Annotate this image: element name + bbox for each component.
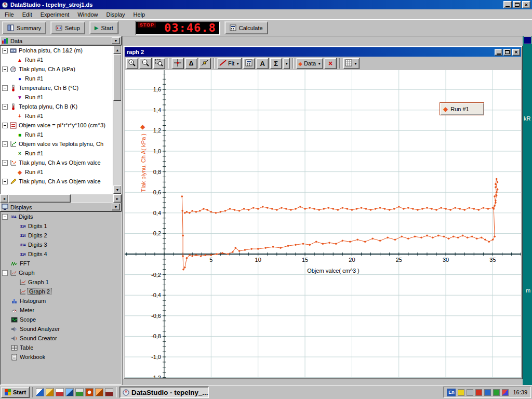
data-item[interactable]: Poloha pistu, Ch 1&2 (m) — [1, 46, 113, 55]
tray-icon[interactable] — [475, 389, 482, 396]
menu-file[interactable]: File — [1, 10, 18, 19]
remove-button[interactable]: × — [324, 58, 337, 69]
scroll-left-button[interactable]: ◄ — [0, 194, 8, 203]
close-button[interactable]: × — [522, 1, 530, 8]
expand-box[interactable] — [2, 85, 8, 91]
display-item-graph-2[interactable]: Graph 2 — [1, 287, 121, 296]
task-button-datastudio[interactable]: DataStudio - tepelny_... — [119, 387, 209, 398]
summary-button[interactable]: Summary — [2, 21, 46, 34]
graph-maximize-button[interactable] — [503, 49, 511, 56]
run-item[interactable]: ■ Run #1 — [1, 130, 113, 139]
quick-launch-icon[interactable] — [85, 388, 94, 396]
menu-help[interactable]: Help — [129, 10, 150, 19]
start-menu-button[interactable]: Start — [1, 387, 30, 398]
tray-icon[interactable] — [458, 389, 464, 396]
data-item[interactable]: Tlak plynu, Ch A vs Objem valce — [1, 158, 113, 167]
run-item[interactable]: ▼ Run #1 — [1, 92, 113, 102]
data-item[interactable]: Teplota plynu, Ch B (K) — [1, 102, 113, 111]
data-item[interactable]: Tlak plynu, Ch A (kPa) — [1, 64, 113, 74]
data-item[interactable]: Tlak plynu, Ch A vs Objem valce — [1, 177, 113, 186]
calculate-tool-button[interactable] — [243, 58, 255, 69]
fit-menu-button[interactable]: Fit ▼ — [217, 58, 242, 69]
display-item[interactable]: Workbook — [1, 352, 121, 362]
maximize-button[interactable] — [513, 1, 521, 8]
display-item[interactable]: Graph — [1, 268, 121, 277]
expand-box[interactable] — [2, 270, 8, 276]
displays-panel-dropdown-button[interactable]: ▼ — [112, 204, 120, 210]
display-item[interactable]: Sound Analyzer — [1, 324, 121, 334]
quick-launch-icon[interactable] — [65, 388, 74, 396]
data-panel-dropdown-button[interactable]: ▼ — [112, 37, 120, 44]
setup-button[interactable]: Setup — [50, 21, 85, 34]
expand-box[interactable] — [2, 104, 8, 110]
statistics-dropdown-button[interactable]: ▼ — [283, 58, 290, 69]
display-item[interactable]: Table — [1, 343, 121, 352]
scroll-right-button[interactable]: ► — [113, 194, 122, 203]
slope-tool-button[interactable] — [198, 58, 211, 69]
quick-launch-icon[interactable] — [95, 388, 103, 396]
expand-box[interactable] — [2, 160, 8, 166]
display-item[interactable]: Scope — [1, 315, 121, 324]
data-menu-button[interactable]: ◆ Data ▼ — [296, 58, 323, 69]
expand-box[interactable] — [2, 123, 8, 128]
graph-minimize-button[interactable] — [495, 49, 502, 56]
language-indicator[interactable]: En — [447, 389, 456, 396]
tray-icon[interactable] — [493, 389, 500, 396]
display-item[interactable]: Sound Creator — [1, 334, 121, 343]
scroll-up-button[interactable]: ▲ — [113, 46, 122, 54]
run-item[interactable]: ● Run #1 — [1, 74, 113, 83]
menu-display[interactable]: Display — [102, 10, 129, 19]
y-axis-series-marker[interactable]: ◆ — [140, 123, 145, 130]
graph-settings-button[interactable]: ▼ — [343, 58, 360, 69]
display-item[interactable]: 3.14 Digits 2 — [1, 231, 121, 240]
run-item[interactable]: × Run #1 — [1, 149, 113, 158]
display-item[interactable]: 3.14 Digits 1 — [1, 221, 121, 231]
zoom-out-button[interactable] — [139, 58, 152, 69]
data-item[interactable]: Objem valce = pi*r*r*y*100 (cm^3) — [1, 121, 113, 130]
plot-area[interactable]: 51015202530351,61,41,21,00,80,60,40,2-0,… — [125, 70, 521, 378]
display-item[interactable]: Histogram — [1, 296, 121, 305]
data-tree-vertical-scrollbar[interactable]: ▲ ▼ — [113, 46, 121, 194]
expand-box[interactable] — [2, 141, 8, 147]
run-item[interactable]: ▲ Run #1 — [1, 55, 113, 64]
quick-launch-icon[interactable] — [36, 388, 44, 396]
smart-tool-button[interactable] — [171, 58, 184, 69]
delta-tool-button[interactable]: Δ — [185, 58, 197, 69]
tray-icon[interactable] — [502, 389, 509, 396]
graph-window-title-bar[interactable]: raph 2 × — [125, 47, 521, 57]
scroll-thumb[interactable] — [8, 194, 71, 203]
tray-icon[interactable] — [484, 389, 491, 396]
scroll-track[interactable] — [113, 54, 121, 185]
scroll-down-button[interactable]: ▼ — [113, 185, 122, 194]
display-item[interactable]: FFT — [1, 259, 121, 268]
display-item[interactable]: Graph 1 — [1, 277, 121, 287]
expand-box[interactable] — [2, 214, 8, 220]
zoom-in-button[interactable] — [126, 58, 138, 69]
graph-close-button[interactable]: × — [512, 49, 520, 56]
display-item[interactable]: 3.14 Digits 3 — [1, 240, 121, 249]
expand-box[interactable] — [2, 48, 8, 54]
zoom-select-button[interactable] — [153, 58, 165, 69]
menu-experiment[interactable]: Experiment — [36, 10, 74, 19]
x-axis-title[interactable]: Objem valce( cm^3 ) — [145, 268, 521, 274]
calculate-button[interactable]: Calculate — [224, 21, 268, 34]
data-item[interactable]: Temperature, Ch B (°C) — [1, 83, 113, 92]
menu-window[interactable]: Window — [73, 10, 102, 19]
display-item[interactable]: Meter — [1, 305, 121, 315]
quick-launch-icon[interactable] — [75, 388, 84, 396]
menu-edit[interactable]: Edit — [18, 10, 36, 19]
quick-launch-icon[interactable] — [56, 388, 64, 396]
data-item[interactable]: Objem valce vs Teplota plynu, Ch — [1, 139, 113, 149]
start-button[interactable]: ▶ Start — [89, 21, 118, 34]
scroll-thumb[interactable] — [113, 54, 122, 101]
quick-launch-icon[interactable] — [46, 388, 54, 396]
tray-icon[interactable] — [467, 389, 473, 396]
legend-box[interactable]: ◆ Run #1 — [440, 102, 484, 115]
data-tree-horizontal-scrollbar[interactable]: ◄ ► — [0, 194, 122, 203]
minimize-button[interactable] — [503, 1, 512, 8]
run-item[interactable]: ◆ Run #1 — [1, 167, 113, 177]
text-tool-button[interactable]: A — [256, 58, 269, 69]
statistics-button[interactable]: Σ — [270, 58, 282, 69]
expand-box[interactable] — [2, 66, 8, 72]
quick-launch-icon[interactable] — [105, 388, 113, 396]
